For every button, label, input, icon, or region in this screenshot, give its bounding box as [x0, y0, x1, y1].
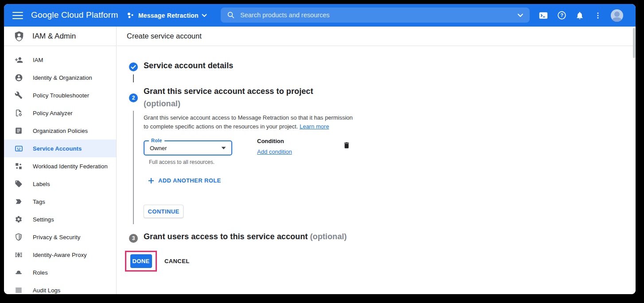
- sidebar-item-label: Tags: [33, 198, 45, 205]
- create-service-account-form: Service account details 2 Grant this ser…: [117, 46, 636, 294]
- sidebar-item-label: Privacy & Security: [33, 234, 80, 241]
- label-arrow-icon: [14, 197, 23, 206]
- article-icon: [14, 126, 23, 135]
- role-dropdown[interactable]: Role Owner: [144, 140, 232, 155]
- description-line-2: to complete specific actions on the reso…: [144, 123, 298, 130]
- sidebar-nav: IAM Identity & Organization Policy Troub…: [4, 46, 116, 294]
- trash-icon: [343, 141, 351, 149]
- sidebar-item-workload-identity-federation[interactable]: Workload Identity Federation: [4, 157, 116, 175]
- sidebar-item-label: Audit Logs: [33, 287, 60, 294]
- sidebar-item-labels[interactable]: Labels: [4, 175, 116, 193]
- hat-icon: [14, 268, 23, 277]
- sidebar-item-identity-organization[interactable]: Identity & Organization: [4, 69, 116, 86]
- search-bar[interactable]: [221, 8, 530, 23]
- chevron-down-icon: [202, 14, 207, 17]
- sidebar-item-label: Service Accounts: [33, 145, 82, 152]
- continue-button[interactable]: CONTINUE: [144, 205, 183, 218]
- description-line-1: Grant this service account access to Mes…: [144, 114, 353, 121]
- sidebar-item-identity-aware-proxy[interactable]: Identity-Aware Proxy: [4, 246, 116, 264]
- step-2-optional-label: (optional): [144, 99, 180, 109]
- product-name: Google Cloud Platform: [31, 10, 118, 20]
- svg-text:?: ?: [560, 12, 563, 18]
- sidebar-item-settings[interactable]: Settings: [4, 210, 116, 228]
- step-1-title: Service account details: [144, 61, 233, 70]
- step-3-optional-label: (optional): [310, 232, 347, 241]
- sidebar-item-label: IAM: [33, 57, 43, 63]
- sidebar-item-label: Labels: [33, 181, 50, 187]
- sidebar-item-label: Organization Policies: [33, 128, 88, 134]
- project-icon: [126, 11, 135, 20]
- gcp-top-appbar: Google Cloud Platform Message Retraction…: [4, 4, 636, 27]
- sidebar-item-iam[interactable]: IAM: [4, 51, 116, 69]
- sidebar-item-policy-analyzer[interactable]: Policy Analyzer: [4, 104, 116, 122]
- sidebar-item-label: Identity & Organization: [33, 74, 92, 81]
- check-icon: [131, 65, 136, 69]
- sidebar-item-roles[interactable]: Roles: [4, 264, 116, 281]
- account-avatar[interactable]: [611, 9, 623, 22]
- role-selected-value: Owner: [150, 145, 221, 152]
- browser-viewport: Google Cloud Platform Message Retraction…: [4, 4, 636, 294]
- cloud-shell-icon[interactable]: [538, 10, 549, 21]
- sidebar-item-label: Settings: [33, 216, 54, 223]
- search-input[interactable]: [240, 12, 517, 19]
- more-options-kebab-icon[interactable]: [593, 10, 603, 21]
- sidebar-item-privacy-security[interactable]: Privacy & Security: [4, 228, 116, 246]
- delete-role-button[interactable]: [343, 141, 351, 150]
- dropdown-caret-icon: [221, 147, 226, 150]
- search-icon: [227, 11, 235, 19]
- gear-icon: [14, 215, 23, 224]
- annotation-highlight-box: DONE: [125, 251, 157, 272]
- proxy-icon: [14, 250, 23, 259]
- step-2-description: Grant this service account access to Mes…: [144, 113, 353, 131]
- shield-icon: [14, 233, 23, 241]
- lines-icon: [14, 286, 23, 294]
- sidebar-item-label: Policy Analyzer: [33, 110, 73, 117]
- project-name: Message Retraction: [138, 12, 199, 19]
- add-condition-link[interactable]: Add condition: [257, 148, 292, 155]
- done-button[interactable]: DONE: [130, 254, 152, 268]
- iam-admin-shield-icon: [13, 31, 25, 42]
- sidebar-title: IAM & Admin: [32, 32, 76, 41]
- role-field-label: Role: [149, 138, 164, 143]
- project-selector[interactable]: Message Retraction: [126, 9, 207, 22]
- step-3-title-text: Grant users access to this service accou…: [144, 232, 308, 241]
- sidebar-item-policy-troubleshooter[interactable]: Policy Troubleshooter: [4, 86, 116, 104]
- appbar-actions: ?: [538, 4, 623, 27]
- tag-icon: [14, 179, 23, 188]
- main-panel: Create service account Service account d…: [117, 27, 636, 294]
- role-helper-text: Full access to all resources.: [149, 159, 215, 165]
- iam-admin-sidebar: IAM & Admin IAM Identity & Organization …: [4, 27, 117, 294]
- step-2-title: Grant this service account access to pro…: [144, 87, 313, 96]
- page-title: Create service account: [127, 32, 202, 40]
- document-gear-icon: [14, 109, 23, 117]
- search-chevron-down-icon[interactable]: [517, 13, 523, 17]
- sidebar-item-label: Roles: [33, 269, 48, 276]
- step-3-indicator: 3: [129, 234, 138, 243]
- step-3-number: 3: [132, 235, 135, 241]
- cancel-button[interactable]: CANCEL: [164, 254, 190, 268]
- plus-icon: [148, 178, 154, 184]
- sidebar-item-label: Workload Identity Federation: [33, 163, 108, 170]
- sidebar-item-service-accounts[interactable]: Service Accounts: [4, 140, 116, 157]
- add-another-role-button[interactable]: ADD ANOTHER ROLE: [148, 177, 221, 184]
- sidebar-item-organization-policies[interactable]: Organization Policies: [4, 122, 116, 140]
- notifications-bell-icon[interactable]: [574, 10, 585, 21]
- step-1-indicator: [129, 62, 138, 71]
- hamburger-menu-icon[interactable]: [12, 10, 23, 20]
- step-3-title: Grant users access to this service accou…: [144, 232, 347, 241]
- sidebar-header: IAM & Admin: [4, 27, 116, 46]
- sidebar-item-label: Identity-Aware Proxy: [33, 252, 87, 258]
- account-circle-icon: [14, 73, 23, 82]
- wrench-icon: [14, 91, 23, 100]
- sidebar-item-audit-logs[interactable]: Audit Logs: [4, 281, 116, 294]
- learn-more-link[interactable]: Learn more: [300, 123, 329, 130]
- add-another-role-label: ADD ANOTHER ROLE: [158, 177, 221, 184]
- help-icon[interactable]: ?: [556, 10, 567, 21]
- step-2-indicator: 2: [129, 93, 138, 102]
- sidebar-item-tags[interactable]: Tags: [4, 193, 116, 210]
- step-2-number: 2: [132, 95, 135, 101]
- step-connector: [133, 111, 134, 224]
- service-account-icon: [14, 144, 23, 153]
- page-header: Create service account: [117, 27, 636, 46]
- sidebar-item-label: Policy Troubleshooter: [33, 92, 89, 99]
